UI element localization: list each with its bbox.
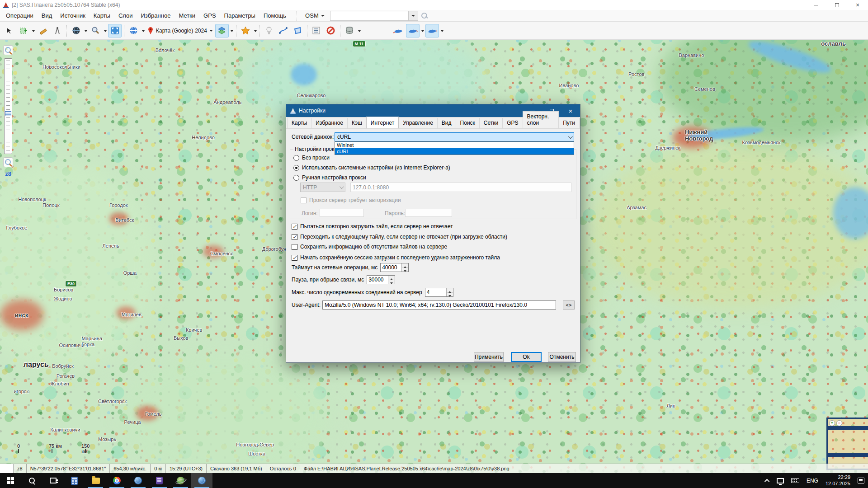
tab-vector-layers[interactable]: Векторн. слои (523, 111, 559, 128)
chevron-down-icon[interactable] (85, 30, 87, 33)
chevron-down-icon[interactable] (142, 30, 145, 33)
language-indicator[interactable]: ENG (803, 473, 822, 488)
engine-option-curl[interactable]: cURL (335, 148, 574, 155)
zoom-tool-button[interactable] (89, 24, 102, 38)
proxy-auth-checkbox[interactable]: Прокси сервер требует авторизации (301, 197, 401, 203)
tab-maps[interactable]: Карты (287, 117, 311, 128)
user-agent-edit-button[interactable]: <> (563, 300, 575, 310)
max-connections-input[interactable] (425, 288, 446, 296)
apply-button[interactable]: Применить (474, 352, 504, 362)
spin-up-icon[interactable] (402, 263, 408, 268)
spin-down-icon[interactable] (447, 293, 453, 297)
touch-keyboard[interactable] (788, 473, 803, 488)
tray-expand-button[interactable] (762, 473, 773, 488)
tab-control[interactable]: Управление (398, 117, 438, 128)
radio-no-proxy[interactable]: Без прокси (293, 155, 330, 161)
chevron-down-icon[interactable] (231, 30, 233, 33)
compass-tool-button[interactable] (51, 24, 64, 38)
layers-button[interactable] (215, 24, 229, 38)
fullscreen-button[interactable] (108, 24, 122, 38)
add-path-button[interactable] (277, 24, 290, 38)
menu-favorites[interactable]: Избранное (137, 10, 175, 21)
close-button[interactable]: × (847, 0, 868, 10)
zoom-out-button[interactable]: − (3, 157, 13, 167)
action-center-button[interactable] (854, 473, 868, 488)
user-agent-field[interactable] (322, 300, 556, 310)
spinner-buttons[interactable] (388, 276, 395, 284)
dialog-close-button[interactable]: × (561, 104, 580, 117)
engine-option-wininet[interactable]: WinInet (335, 142, 574, 148)
add-polygon-button[interactable] (291, 24, 305, 38)
timeout-stepper[interactable] (380, 263, 409, 272)
spin-down-icon[interactable] (402, 268, 408, 272)
select-region-button[interactable] (17, 24, 30, 38)
taskbar-search-button[interactable] (21, 473, 42, 488)
pause-input[interactable] (367, 276, 388, 284)
menu-help[interactable]: Помощь (259, 10, 290, 21)
tab-grids[interactable]: Сетки (479, 117, 503, 128)
chevron-down-icon[interactable] (32, 30, 35, 33)
map-selector[interactable]: Карта (Google)-2024 (146, 25, 215, 36)
proxy-address-field[interactable] (350, 183, 571, 192)
menu-gps[interactable]: GPS (199, 10, 220, 21)
spin-up-icon[interactable] (447, 288, 453, 293)
chevron-down-icon[interactable] (421, 30, 424, 33)
chevron-down-icon[interactable] (358, 30, 361, 33)
proxy-type-combobox[interactable]: HTTP (300, 183, 345, 192)
minimap[interactable]: + − (826, 418, 868, 470)
menu-layers[interactable]: Слои (114, 10, 137, 21)
add-placemark-button[interactable] (262, 24, 276, 38)
engine-combobox[interactable]: cURL (335, 132, 574, 141)
taskbar-calculator[interactable] (64, 473, 85, 488)
zoom-slider[interactable] (4, 58, 12, 154)
start-button[interactable] (0, 473, 21, 488)
chevron-down-icon[interactable] (441, 30, 443, 33)
ok-button[interactable]: Ok (511, 352, 542, 362)
statusbar-zoom[interactable]: z8 (14, 464, 27, 473)
taskbar-sasplanet-1[interactable] (127, 473, 149, 488)
goto-next-button[interactable] (425, 24, 439, 38)
spinner-buttons[interactable] (401, 263, 408, 272)
search-provider-dropdown[interactable]: OSM (302, 11, 327, 20)
task-view-button[interactable] (42, 473, 64, 488)
radio-manual-proxy[interactable]: Ручная настройка прокси (293, 174, 366, 181)
hide-marks-button[interactable] (324, 24, 338, 38)
tab-gps[interactable]: GPS (502, 117, 523, 128)
save-missing-checkbox[interactable]: Сохранять информацию об отсутствии тайло… (292, 244, 447, 250)
chevron-down-icon[interactable] (104, 30, 107, 33)
spin-down-icon[interactable] (388, 280, 395, 284)
network-status[interactable] (773, 473, 788, 488)
clock[interactable]: 22:29 12.07.2025 (822, 473, 854, 488)
tab-view[interactable]: Вид (437, 117, 456, 128)
menu-view[interactable]: Вид (38, 10, 57, 21)
minimap-zoom-in-button[interactable]: + (829, 420, 835, 426)
menu-maps[interactable]: Карты (90, 10, 114, 21)
spin-up-icon[interactable] (388, 276, 395, 280)
goto-current-button[interactable] (406, 24, 420, 38)
tab-internet[interactable]: Интернет (366, 117, 399, 128)
zoom-in-button[interactable]: + (3, 45, 13, 55)
taskbar-app-purple[interactable] (149, 473, 170, 488)
placemark-manager-button[interactable] (310, 24, 323, 38)
fullmap-button[interactable] (69, 24, 83, 38)
menu-source[interactable]: Источник (56, 10, 90, 21)
zoom-slider-handle[interactable] (5, 111, 11, 116)
cursor-tool-button[interactable] (2, 24, 16, 38)
taskbar-sasplanet-active[interactable] (191, 473, 212, 488)
spinner-buttons[interactable] (446, 288, 453, 296)
tab-cache[interactable]: Кэш (347, 117, 367, 128)
search-input[interactable] (330, 11, 408, 20)
minimize-button[interactable] (806, 0, 826, 10)
tab-paths[interactable]: Пути (558, 117, 580, 128)
radio-system-proxy[interactable]: Использовать системные настройки (из Int… (293, 164, 450, 171)
goto-prev-button[interactable] (392, 24, 405, 38)
cancel-button[interactable]: Отменить (548, 352, 576, 362)
tab-favorites[interactable]: Избранное (311, 117, 348, 128)
max-connections-stepper[interactable] (425, 288, 453, 297)
statusbar-coordinates[interactable]: N57°39'22.0578" E32°31'01.8681" (27, 464, 110, 473)
maximize-button[interactable] (826, 0, 847, 10)
search-go-icon[interactable] (421, 12, 428, 19)
skip-tile-checkbox[interactable]: ✓ Переходить к следующему тайлу, если се… (292, 234, 507, 240)
menu-settings[interactable]: Параметры (220, 10, 259, 21)
pause-stepper[interactable] (367, 275, 395, 284)
